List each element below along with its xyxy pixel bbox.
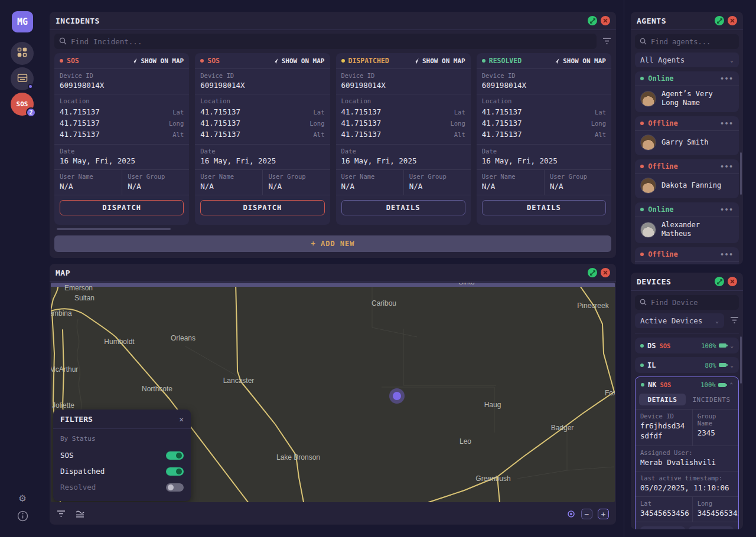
dispatch-button[interactable]: DISPATCH	[200, 200, 324, 215]
devices-filter-dropdown[interactable]: Active Devices⌄	[635, 313, 724, 328]
tab-details[interactable]: DETAILS	[639, 394, 686, 405]
details-button[interactable]: DETAILS	[341, 200, 465, 215]
devices-scrollbar[interactable]	[740, 336, 742, 384]
show-on-map-button[interactable]: SHOW ON MAP	[553, 57, 606, 65]
delete-device-button[interactable]: DELETE	[640, 526, 685, 529]
map-panel: MAP	[50, 264, 616, 525]
settings-gear-icon[interactable]: ⚙	[15, 490, 30, 505]
sos-toggle[interactable]	[166, 451, 184, 460]
resolved-toggle[interactable]	[166, 483, 184, 492]
battery-icon	[719, 343, 726, 348]
tab-incidents[interactable]: INCIDENTS	[688, 394, 735, 405]
navigation-arrow-icon	[553, 58, 560, 64]
devices-search-input[interactable]: Find Device	[635, 295, 739, 310]
date-value: 16 May, Fri, 2025	[60, 156, 184, 165]
map-toolbar: − +	[50, 503, 616, 525]
chevron-up-icon[interactable]: ⌃	[730, 382, 733, 388]
dispatched-toggle[interactable]	[166, 467, 184, 476]
agent-menu-icon[interactable]: •••	[720, 163, 734, 171]
battery-icon	[718, 383, 726, 387]
status-badge: SOS	[60, 57, 79, 65]
sidebar-sos-button[interactable]: SOS 2	[11, 93, 34, 116]
agents-search-input[interactable]: Find agents...	[635, 34, 739, 49]
map-label-caribou: Caribou	[372, 299, 396, 307]
group-name-value: 2345	[698, 428, 734, 437]
agent-card[interactable]: Offline ••• Garry Smith	[635, 116, 739, 155]
user-avatar-logo[interactable]: MG	[12, 11, 33, 32]
column-divider[interactable]	[624, 0, 624, 537]
map-viewport[interactable]: Emerson Sultan Pembina Caribou Sirko Pin…	[51, 283, 615, 502]
swap-panel-icon[interactable]	[715, 16, 724, 25]
filter-option-label: Dispatched	[60, 467, 105, 476]
incidents-filter-icon[interactable]	[602, 36, 611, 47]
device-id-value: 609198014X	[482, 81, 606, 90]
device-id-value: 609198014X	[200, 81, 324, 90]
device-card-expanded: NK SOS 100% ⌃ DETAILS INCIDENTS Device I…	[635, 376, 739, 529]
chevron-down-icon[interactable]: ⌄	[731, 362, 734, 368]
agent-menu-icon[interactable]: •••	[720, 251, 734, 258]
show-on-map-button[interactable]: SHOW ON MAP	[131, 57, 184, 65]
agent-card[interactable]: Online ••• Agent’s Very Long Name	[635, 71, 739, 112]
agent-card[interactable]: Offline ••• Dakota Fanning	[635, 159, 739, 198]
map-label-pembina: Pembina	[51, 309, 72, 317]
incident-search-placeholder: Find Incident...	[71, 37, 142, 46]
swap-panel-icon[interactable]	[715, 277, 724, 286]
navigation-arrow-icon	[131, 58, 138, 64]
map-label-fox: Fox	[605, 389, 615, 397]
date-value: 16 May, Fri, 2025	[200, 156, 324, 165]
dispatch-button[interactable]: DISPATCH	[60, 200, 184, 215]
show-on-map-button[interactable]: SHOW ON MAP	[272, 57, 325, 65]
swap-panel-icon[interactable]	[588, 268, 597, 277]
map-label-greenbush: Greenbush	[475, 474, 510, 483]
incident-card: SOS SHOW ON MAP Device ID609198014X Loca…	[195, 53, 330, 225]
map-label-emerson: Emerson	[64, 284, 93, 292]
device-id-value: 609198014X	[341, 81, 465, 90]
devices-panel: DEVICES Find Device Active Devices⌄	[631, 273, 743, 529]
agent-menu-icon[interactable]: •••	[720, 206, 734, 214]
agents-title: AGENTS	[637, 17, 666, 25]
sidebar-item-apps[interactable]	[11, 42, 34, 65]
device-row[interactable]: IL 80% ⌄	[635, 357, 739, 373]
device-row[interactable]: DS SOS 100% ⌄	[635, 338, 739, 353]
agent-card[interactable]: Online ••• Alexander Matheus	[635, 202, 739, 243]
close-panel-icon[interactable]	[728, 277, 737, 286]
devices-filter-icon[interactable]	[730, 315, 739, 326]
add-new-incident-button[interactable]: + ADD NEW	[54, 235, 611, 252]
avatar	[640, 178, 656, 194]
agents-scrollbar[interactable]	[740, 152, 742, 195]
close-icon[interactable]: ✕	[179, 415, 184, 424]
map-filter-icon[interactable]	[57, 510, 66, 518]
locate-icon[interactable]	[566, 509, 576, 519]
zoom-in-button[interactable]: +	[598, 509, 609, 519]
info-icon[interactable]	[15, 509, 30, 523]
incident-map-marker[interactable]	[389, 388, 405, 404]
details-button[interactable]: DETAILS	[482, 200, 606, 215]
close-panel-icon[interactable]	[601, 268, 610, 277]
search-icon	[59, 36, 67, 47]
close-panel-icon[interactable]	[601, 16, 610, 25]
device-row[interactable]: NK SOS 100% ⌃	[636, 377, 738, 392]
agents-filter-dropdown[interactable]: All Agents⌄	[635, 53, 739, 67]
device-id-value: 609198014X	[60, 81, 184, 90]
map-label-badger: Badger	[551, 424, 574, 432]
agent-menu-icon[interactable]: •••	[720, 75, 734, 83]
horizontal-scrollbar[interactable]	[57, 228, 171, 230]
swap-panel-icon[interactable]	[588, 16, 597, 25]
apps-grid-icon	[17, 47, 27, 60]
status-badge: RESOLVED	[482, 57, 522, 65]
status-badge: SOS	[200, 57, 220, 65]
map-terrain-icon[interactable]	[75, 510, 85, 518]
incident-search-input[interactable]: Find Incident...	[54, 34, 597, 49]
close-panel-icon[interactable]	[728, 16, 737, 25]
map-label-sirko: Sirko	[458, 283, 474, 286]
map-label-haug: Haug	[484, 401, 501, 409]
agents-panel: AGENTS Find agents... All Agents⌄ Online…	[631, 12, 743, 264]
agent-menu-icon[interactable]: •••	[720, 120, 734, 127]
sidebar-item-incident-cards[interactable]	[11, 67, 34, 90]
agent-card[interactable]: Offline ••• Demetrious Johnson	[635, 247, 739, 264]
zoom-out-button[interactable]: −	[581, 509, 592, 519]
incident-card: SOS SHOW ON MAP Device ID609198014X Loca…	[54, 53, 189, 225]
chevron-down-icon[interactable]: ⌄	[731, 343, 734, 349]
show-on-map-button[interactable]: SHOW ON MAP	[413, 57, 465, 65]
unlink-device-button[interactable]: UNLINK	[689, 526, 734, 529]
